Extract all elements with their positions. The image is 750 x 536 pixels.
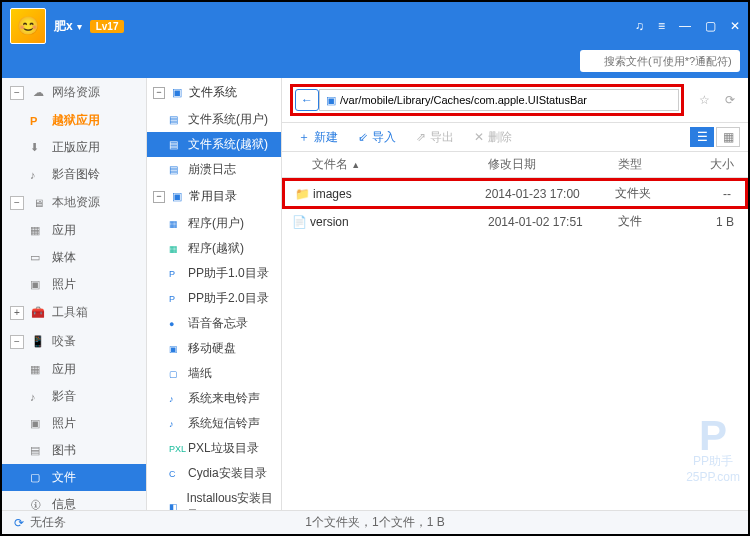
import-button[interactable]: ⇙导入 bbox=[350, 126, 404, 149]
path-input[interactable]: ▣ bbox=[319, 89, 679, 111]
plus-icon: ＋ bbox=[298, 129, 310, 146]
address-highlight: ← ▣ bbox=[290, 84, 684, 116]
maximize-button[interactable]: ▢ bbox=[705, 19, 716, 33]
nav-local-photos[interactable]: ▣照片 bbox=[2, 271, 146, 298]
delete-button[interactable]: ✕删除 bbox=[466, 126, 520, 149]
back-button[interactable]: ← bbox=[295, 89, 319, 111]
level-badge: Lv17 bbox=[90, 20, 125, 33]
tree-common-1[interactable]: ▦程序(越狱) bbox=[147, 236, 281, 261]
section-network[interactable]: −☁网络资源 bbox=[2, 78, 146, 107]
tree-common-5[interactable]: ▣移动硬盘 bbox=[147, 336, 281, 361]
content-pane: ← ▣ ☆ ⟳ ＋新建 ⇙导入 ⇗导出 ✕删除 ☰ ▦ bbox=[282, 78, 748, 510]
book-icon: ▤ bbox=[30, 444, 46, 457]
delete-icon: ✕ bbox=[474, 130, 484, 144]
settings-icon[interactable]: ≡ bbox=[658, 19, 665, 33]
col-name[interactable]: 文件名 ▲ bbox=[282, 156, 488, 173]
nav-dev-books[interactable]: ▤图书 bbox=[2, 437, 146, 464]
file-row[interactable]: 📄version2014-01-02 17:51文件1 B bbox=[282, 209, 748, 234]
nav-dev-info[interactable]: 🛈信息 bbox=[2, 491, 146, 510]
item-icon: PXL bbox=[169, 444, 183, 454]
import-icon: ⇙ bbox=[358, 130, 368, 144]
col-size[interactable]: 大小 bbox=[688, 156, 748, 173]
sync-icon: ⟳ bbox=[14, 516, 24, 530]
tree-common-3[interactable]: PPP助手2.0目录 bbox=[147, 286, 281, 311]
file-icon: ▢ bbox=[30, 471, 46, 484]
tree-common-11[interactable]: ◧Installous安装目录 bbox=[147, 486, 281, 510]
music-icon: ♪ bbox=[30, 169, 46, 181]
item-icon: ◧ bbox=[169, 502, 182, 510]
tree-common-10[interactable]: CCydia安装目录 bbox=[147, 461, 281, 486]
chevron-down-icon[interactable]: ▾ bbox=[77, 21, 82, 32]
tree-common-4[interactable]: ●语音备忘录 bbox=[147, 311, 281, 336]
item-icon: ▣ bbox=[169, 344, 183, 354]
close-button[interactable]: ✕ bbox=[730, 19, 740, 33]
media-icon: ▭ bbox=[30, 251, 46, 264]
tree-common-7[interactable]: ♪系统来电铃声 bbox=[147, 386, 281, 411]
tree-fs-user[interactable]: ▤文件系统(用户) bbox=[147, 107, 281, 132]
tree-common-9[interactable]: PXLPXL垃圾目录 bbox=[147, 436, 281, 461]
nav-jailbreak-apps[interactable]: P越狱应用 bbox=[2, 107, 146, 134]
log-icon: ▤ bbox=[169, 164, 183, 175]
nav-local-apps[interactable]: ▦应用 bbox=[2, 217, 146, 244]
nav-media-ringtones[interactable]: ♪影音图铃 bbox=[2, 161, 146, 188]
new-button[interactable]: ＋新建 bbox=[290, 126, 346, 149]
status-summary: 1个文件夹，1个文件，1 B bbox=[305, 514, 444, 531]
music-icon: ♪ bbox=[30, 391, 46, 403]
section-local[interactable]: −🖥本地资源 bbox=[2, 188, 146, 217]
nav-local-media[interactable]: ▭媒体 bbox=[2, 244, 146, 271]
photo-icon: ▣ bbox=[30, 417, 46, 430]
export-icon: ⇗ bbox=[416, 130, 426, 144]
file-header: 文件名 ▲ 修改日期 类型 大小 bbox=[282, 152, 748, 178]
tree-common-2[interactable]: PPP助手1.0目录 bbox=[147, 261, 281, 286]
view-grid-button[interactable]: ▦ bbox=[716, 127, 740, 147]
col-date[interactable]: 修改日期 bbox=[488, 156, 618, 173]
tree-filesystem[interactable]: −▣文件系统 bbox=[147, 78, 281, 107]
music-icon[interactable]: ♫ bbox=[635, 19, 644, 33]
status-tasks: 无任务 bbox=[30, 514, 66, 531]
searchbar bbox=[2, 50, 748, 78]
folder-icon: ▤ bbox=[169, 114, 183, 125]
tree-common-6[interactable]: ▢墙纸 bbox=[147, 361, 281, 386]
drive-icon: ▣ bbox=[326, 94, 336, 107]
nav-dev-files[interactable]: ▢文件 bbox=[2, 464, 146, 491]
view-list-button[interactable]: ☰ bbox=[690, 127, 714, 147]
monitor-icon: 🖥 bbox=[30, 195, 46, 211]
item-icon: C bbox=[169, 469, 183, 479]
col-type[interactable]: 类型 bbox=[618, 156, 688, 173]
nav-dev-photos[interactable]: ▣照片 bbox=[2, 410, 146, 437]
section-device[interactable]: −📱咬蚤 bbox=[2, 327, 146, 356]
sidebar-secondary: −▣文件系统 ▤文件系统(用户) ▤文件系统(越狱) ▤崩溃日志 −▣常用目录 … bbox=[147, 78, 282, 510]
nav-dev-apps[interactable]: ▦应用 bbox=[2, 356, 146, 383]
grid-icon: ▦ bbox=[30, 224, 46, 237]
item-icon: ♪ bbox=[169, 394, 183, 404]
item-icon: ▦ bbox=[169, 219, 183, 229]
avatar[interactable] bbox=[10, 8, 46, 44]
tree-crash-logs[interactable]: ▤崩溃日志 bbox=[147, 157, 281, 182]
tree-common-8[interactable]: ♪系统短信铃声 bbox=[147, 411, 281, 436]
grid-icon: ▦ bbox=[30, 363, 46, 376]
item-icon: ♪ bbox=[169, 419, 183, 429]
item-icon: ● bbox=[169, 319, 183, 329]
download-icon: ⬇ bbox=[30, 141, 46, 154]
minimize-button[interactable]: — bbox=[679, 19, 691, 33]
folder-icon: ▣ bbox=[170, 190, 184, 204]
tree-common-0[interactable]: ▦程序(用户) bbox=[147, 211, 281, 236]
search-input[interactable] bbox=[580, 50, 740, 72]
toolbar: ＋新建 ⇙导入 ⇗导出 ✕删除 ☰ ▦ bbox=[282, 122, 748, 152]
folder-icon: ▤ bbox=[169, 139, 183, 150]
nav-dev-av[interactable]: ♪影音 bbox=[2, 383, 146, 410]
path-text[interactable] bbox=[340, 94, 672, 106]
sidebar-primary: −☁网络资源 P越狱应用 ⬇正版应用 ♪影音图铃 −🖥本地资源 ▦应用 ▭媒体 … bbox=[2, 78, 147, 510]
titlebar: 肥x ▾ Lv17 ♫ ≡ — ▢ ✕ bbox=[2, 2, 748, 50]
section-toolbox[interactable]: +🧰工具箱 bbox=[2, 298, 146, 327]
tree-common-dirs[interactable]: −▣常用目录 bbox=[147, 182, 281, 211]
file-icon: 📄 bbox=[288, 215, 310, 229]
refresh-button[interactable]: ⟳ bbox=[720, 90, 740, 110]
export-button[interactable]: ⇗导出 bbox=[408, 126, 462, 149]
item-icon: P bbox=[169, 294, 183, 304]
tree-fs-jailbreak[interactable]: ▤文件系统(越狱) bbox=[147, 132, 281, 157]
file-row[interactable]: 📁images2014-01-23 17:00文件夹-- bbox=[282, 178, 748, 209]
nav-official-apps[interactable]: ⬇正版应用 bbox=[2, 134, 146, 161]
bookmark-button[interactable]: ☆ bbox=[694, 90, 714, 110]
item-icon: P bbox=[169, 269, 183, 279]
